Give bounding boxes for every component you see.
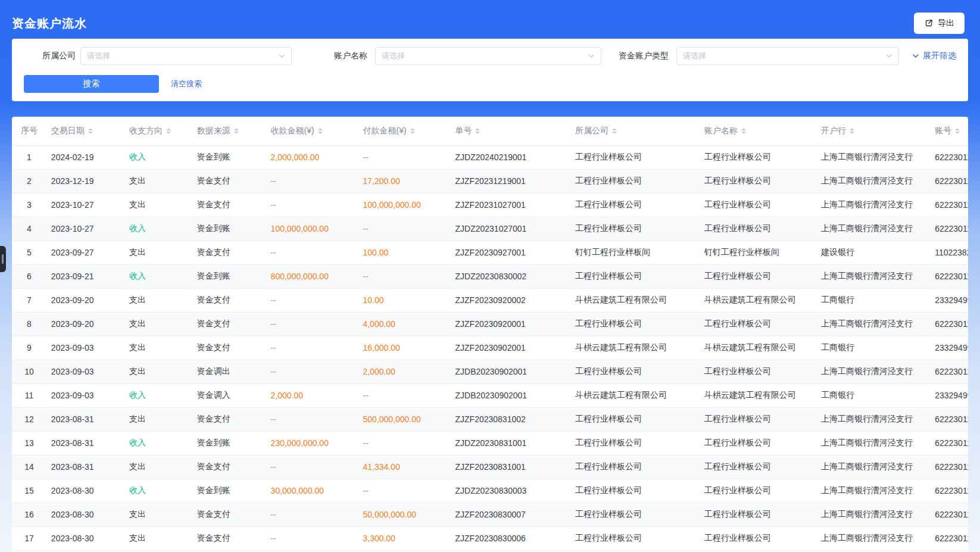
cell-company: 工程行业样板公司 [570,169,700,193]
sort-icon[interactable] [612,128,617,134]
col-header-date[interactable]: 交易日期 [46,117,124,145]
cell-receipt: 800,000,000.00 [266,264,358,288]
cell-account_name: 工程行业样板公司 [700,526,816,550]
cell-company: 工程行业样板公司 [570,193,700,217]
col-header-label: 所属公司 [575,126,608,136]
cell-payment: -- [358,264,451,288]
cell-company: 工程行业样板公司 [570,217,700,241]
cell-bank: 工商银行 [816,383,930,407]
cell-order_no: ZJZF20230830007 [450,503,570,526]
sort-icon[interactable] [475,128,480,134]
cell-account_name: 钉钉工程行业样板间 [700,241,816,264]
cell-account_name: 工程行业样板公司 [700,455,816,479]
cell-no: 1 [12,145,46,169]
cell-source: 资金到账 [192,264,266,288]
col-header-bank[interactable]: 开户行 [816,117,930,145]
cell-direction: 收入 [124,383,192,407]
account-name-filter-placeholder: 请选择 [382,51,405,61]
col-header-payment[interactable]: 付款金额(¥) [358,117,451,145]
cell-bank: 上海工商银行漕河泾支行 [816,264,930,288]
cell-date: 2023-12-19 [46,169,124,193]
col-header-account_no[interactable]: 账号 [930,117,968,145]
cell-receipt: -- [266,241,358,264]
table-row: 102023-09-03支出资金调出--2,000.00ZJDB20230902… [12,360,968,383]
cell-payment: 50,000,000.00 [358,503,451,526]
cell-direction: 收入 [124,217,192,241]
col-header-direction[interactable]: 收支方向 [124,117,192,145]
expand-filter-link[interactable]: 展开筛选 [912,51,956,61]
cell-company: 斗栱云建筑工程有限公司 [570,288,700,312]
clear-search-link[interactable]: 清空搜索 [171,79,202,89]
cell-order_no: ZJZF20231027001 [450,193,570,217]
col-header-label: 收款金额(¥) [271,126,314,136]
export-button[interactable]: 导出 [914,13,965,34]
cell-date: 2023-09-20 [46,288,124,312]
sort-icon[interactable] [234,128,239,134]
sort-icon[interactable] [741,128,746,134]
col-header-receipt[interactable]: 收款金额(¥) [266,117,358,145]
page-title: 资金账户流水 [12,15,87,32]
cell-no: 16 [12,503,46,526]
cell-source: 资金支付 [192,526,266,550]
cell-source: 资金调入 [192,383,266,407]
cell-payment: 3,300.00 [358,526,451,550]
cell-date: 2023-08-31 [46,455,124,479]
cell-order_no: ZJZF20230902001 [450,336,570,360]
col-header-order_no[interactable]: 单号 [450,117,570,145]
cell-direction: 支出 [124,288,192,312]
table-row: 72023-09-20支出资金支付--10.00ZJZF20230920002斗… [12,288,968,312]
cell-bank: 上海工商银行漕河泾支行 [816,360,930,383]
side-drawer-handle[interactable] [0,246,6,272]
col-header-account_name[interactable]: 账户名称 [700,117,816,145]
cell-direction: 支出 [124,241,192,264]
cell-account_no: 622230111 [930,217,968,241]
cell-account_name: 工程行业样板公司 [700,360,816,383]
col-header-label: 付款金额(¥) [363,126,407,136]
cell-account_no: 622230111 [930,193,968,217]
cell-payment: 16,000.00 [358,336,451,360]
cell-date: 2023-08-30 [46,479,124,503]
cell-company: 工程行业样板公司 [570,503,700,526]
col-header-company[interactable]: 所属公司 [570,117,700,145]
sort-icon[interactable] [88,128,93,134]
company-filter-select[interactable]: 请选择 [80,47,292,65]
cell-source: 资金支付 [192,193,266,217]
cell-company: 工程行业样板公司 [570,431,700,455]
cell-receipt: -- [266,360,358,383]
cell-account_name: 工程行业样板公司 [700,503,816,526]
transactions-table: 序号交易日期收支方向数据来源收款金额(¥)付款金额(¥)单号所属公司账户名称开户… [12,117,968,551]
cell-account_name: 工程行业样板公司 [700,169,816,193]
sort-icon[interactable] [166,128,171,134]
col-header-label: 交易日期 [51,126,85,136]
cell-account_no: 622230111 [930,503,968,526]
cell-account_no: 233294994 [930,288,968,312]
cell-receipt: -- [266,169,358,193]
account-name-filter-label: 账户名称 [334,51,367,61]
cell-no: 15 [12,479,46,503]
account-name-filter-select[interactable]: 请选择 [375,47,601,65]
cell-no: 13 [12,431,46,455]
sort-icon[interactable] [410,128,415,134]
col-header-label: 开户行 [821,126,846,136]
cell-payment: 41,334.00 [358,455,451,479]
cell-receipt: -- [266,336,358,360]
cell-payment: -- [358,431,451,455]
col-header-source[interactable]: 数据来源 [192,117,266,145]
cell-order_no: ZJZF20230920002 [450,288,570,312]
cell-date: 2023-09-03 [46,336,124,360]
cell-company: 工程行业样板公司 [570,312,700,336]
cell-account_name: 工程行业样板公司 [700,145,816,169]
account-type-filter-select[interactable]: 请选择 [676,47,899,65]
sort-icon[interactable] [955,128,960,134]
col-header-label: 数据来源 [197,126,230,136]
sort-icon[interactable] [850,128,854,134]
cell-receipt: 30,000,000.00 [266,479,358,503]
table-row: 142023-08-31支出资金支付--41,334.00ZJZF2023083… [12,455,968,479]
cell-direction: 支出 [124,407,192,431]
col-header-label: 单号 [455,126,472,136]
cell-order_no: ZJDB20230902001 [450,383,570,407]
cell-direction: 收入 [124,479,192,503]
search-button[interactable]: 搜索 [24,75,159,93]
cell-receipt: -- [266,288,358,312]
sort-icon[interactable] [318,128,323,134]
